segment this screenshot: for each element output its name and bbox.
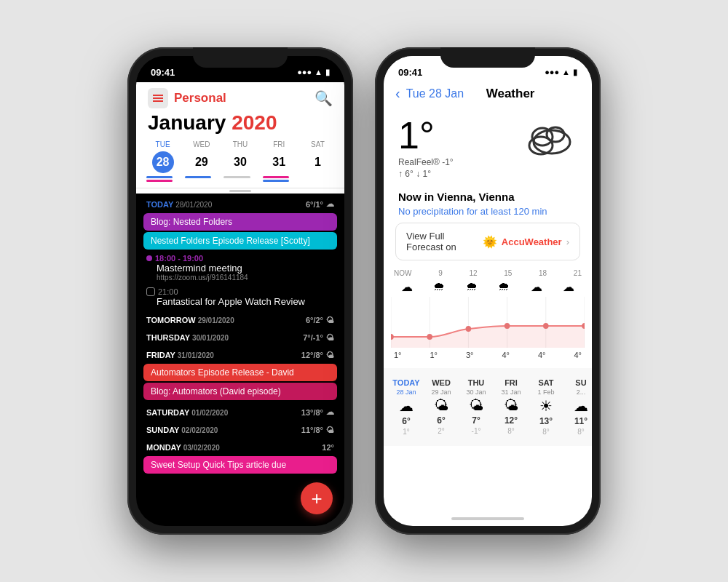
hourly-icons: ☁ 🌧 🌧 🌧 ☁ ☁ <box>391 280 585 294</box>
accuweather-button[interactable]: View Full Forecast on 🌞 AccuWeather › <box>395 223 580 260</box>
event-fantastical[interactable]: 21:00 Fantastical for Apple Watch Review <box>136 284 344 310</box>
friday-weather-icon: 🌤 <box>326 351 334 359</box>
cloud-icon <box>519 116 577 160</box>
monday-temp: 12° <box>322 443 334 452</box>
search-icon[interactable]: 🔍 <box>314 89 333 107</box>
accu-brand: AccuWeather <box>502 236 562 247</box>
saturday-temp: 13°/8° <box>301 408 323 417</box>
daily-high-today: 6° <box>402 416 410 426</box>
cal-day-tue[interactable]: TUE 28 <box>143 140 182 182</box>
day-name-fri: FRI <box>273 140 285 148</box>
tomorrow-temp: 6°/2° <box>306 316 323 324</box>
day-header-saturday: SATURDAY 01/02/2020 13°/8° ☁ <box>136 402 344 420</box>
day-label-saturday: SATURDAY 01/02/2020 <box>146 408 228 417</box>
cal-day-wed[interactable]: WED 29 <box>182 140 221 182</box>
daily-icon-thu: 🌤 <box>469 397 483 414</box>
cal-day-sat[interactable]: SAT 1 <box>298 140 337 182</box>
event-blog-automators[interactable]: Blog: Automators (David episode) <box>143 383 337 400</box>
hour-icon-9: 🌧 <box>426 280 452 294</box>
daily-forecast: TODAY 28 Jan ☁ 6° 1° WED 29 Jan 🌤 6° 2° <box>384 368 592 446</box>
daily-date-sat: 1 Feb <box>537 388 554 396</box>
tomorrow-weather-icon: 🌤 <box>326 316 334 324</box>
thursday-weather-icon: 🌤 <box>326 333 334 342</box>
month-year: January 2020 <box>136 108 344 140</box>
weather-location: Now in Vienna, Vienna <box>384 185 592 206</box>
event-sweet-setup[interactable]: Sweet Setup Quick Tips article due <box>143 456 337 474</box>
hour-icon-15: 🌧 <box>491 280 517 294</box>
temp-9: 1° <box>430 351 438 359</box>
friday-temp: 12°/8° <box>301 351 323 359</box>
daily-high-thu: 7° <box>472 415 480 426</box>
cal-day-thu[interactable]: THU 30 <box>221 140 259 182</box>
weather-main: 1° RealFeel® -1° ↑ 6° ↓ 1° <box>384 108 592 185</box>
cal-day-fri[interactable]: FRI 31 <box>260 140 298 182</box>
day-name-sat: SAT <box>311 140 325 148</box>
daily-high-fri: 12° <box>505 415 518 426</box>
add-event-fab[interactable]: + <box>301 482 333 514</box>
daily-date-sun: 2... <box>577 388 586 396</box>
day-header-thursday: THURSDAY 30/01/2020 7°/-1° 🌤 <box>136 327 344 345</box>
hour-icon-12: 🌧 <box>459 280 485 294</box>
bar-gray-thu <box>223 176 250 178</box>
left-phone: 09:41 ●●● ▲ ▮ Personal 🔍 Jan <box>127 47 353 535</box>
day-name-thu: THU <box>233 140 248 148</box>
event-blog-nested[interactable]: Blog: Nested Folders <box>143 213 337 231</box>
accu-label: View Full Forecast on <box>406 231 478 252</box>
daily-icon-fri: 🌤 <box>504 397 518 414</box>
daily-day-thu: THU <box>468 378 485 387</box>
daily-low-sun: 8° <box>577 428 585 436</box>
wifi-icon-right: ▲ <box>562 68 570 76</box>
day-header-sunday: SUNDAY 02/02/2020 11°/8° 🌤 <box>136 420 344 437</box>
battery-icon: ▮ <box>325 68 330 77</box>
app-title: Personal <box>174 91 226 105</box>
hourly-temps: 1° 1° 3° 4° 4° 4° <box>391 351 585 359</box>
hour-icon-18: ☁ <box>523 280 550 294</box>
hour-label-now: NOW <box>394 269 411 277</box>
hour-label-15: 15 <box>504 269 512 277</box>
weather-temp-area: 1° RealFeel® -1° ↑ 6° ↓ 1° <box>398 116 454 179</box>
bar-blue <box>146 176 173 178</box>
hourly-chart: NOW 9 12 15 18 21 ☁ 🌧 🌧 🌧 ☁ ☁ <box>384 260 592 362</box>
bar-blue-fri <box>263 180 289 182</box>
day-num-28: 28 <box>152 151 174 173</box>
event-nested-episode[interactable]: Nested Folders Episode Release [Scotty] <box>143 232 337 250</box>
hourly-labels: NOW 9 12 15 18 21 <box>391 269 585 277</box>
day-name-wed: WED <box>193 140 210 148</box>
sunday-weather: 11°/8° 🌤 <box>301 426 334 434</box>
day-header-today: TODAY 28/01/2020 6°/1° ☁ <box>136 194 344 212</box>
day-name-tue: TUE <box>156 140 170 148</box>
weather-title: Weather <box>486 87 535 101</box>
daily-date-wed: 29 Jan <box>431 388 451 396</box>
back-date-label[interactable]: Tue 28 Jan <box>406 87 464 100</box>
status-time-right: 09:41 <box>398 67 422 78</box>
thursday-weather: 7°/-1° 🌤 <box>303 333 334 342</box>
daily-day-fri: FRI <box>505 378 518 387</box>
signal-icon-right: ●●● <box>545 68 559 76</box>
hour-icon-21: ☁ <box>555 280 582 294</box>
day-label-tomorrow: TOMORROW 29/01/2020 <box>146 316 234 324</box>
temp-18: 4° <box>538 351 546 359</box>
event-mastermind[interactable]: 18:00 - 19:00 Mastermind meeting https:/… <box>136 251 344 284</box>
hour-label-21: 21 <box>574 269 582 277</box>
daily-high-wed: 6° <box>437 415 445 426</box>
saturday-weather-icon: ☁ <box>326 407 334 417</box>
day-label-friday: FRIDAY 31/01/2020 <box>146 351 214 359</box>
svg-point-12 <box>466 326 472 332</box>
accu-logo-icon: 🌞 <box>483 235 497 249</box>
chart-area <box>391 297 585 348</box>
menu-button[interactable] <box>148 88 168 108</box>
daily-date-thu: 30 Jan <box>466 388 486 396</box>
daily-low-sat: 8° <box>542 428 550 436</box>
status-icons-left: ●●● ▲ ▮ <box>297 68 330 77</box>
back-button[interactable]: ‹ <box>395 85 400 102</box>
left-phone-screen: 09:41 ●●● ▲ ▮ Personal 🔍 Jan <box>136 56 344 526</box>
daily-date-today: 28 Jan <box>396 388 416 396</box>
year-label: 2020 <box>232 111 277 134</box>
day-header-friday: FRIDAY 31/01/2020 12°/8° 🌤 <box>136 345 344 362</box>
event-automators-david[interactable]: Automators Episode Release - David <box>143 364 337 381</box>
daily-date-fri: 31 Jan <box>501 388 521 396</box>
saturday-weather: 13°/8° ☁ <box>301 407 334 417</box>
daily-icon-sun: ☁ <box>574 397 588 415</box>
calendar-week-row: TUE 28 WED 29 THU 30 <box>136 140 344 188</box>
bar-blue-wed <box>185 176 211 178</box>
